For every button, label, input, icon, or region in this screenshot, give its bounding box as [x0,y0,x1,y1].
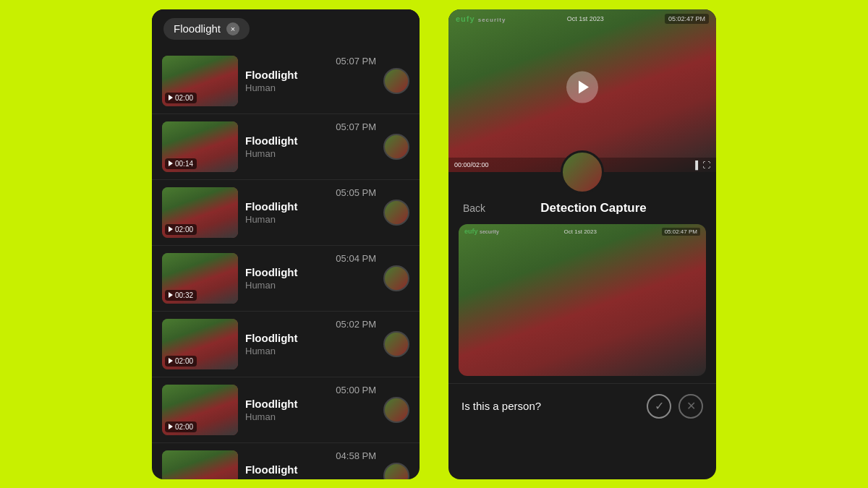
video-overlay-top: eufy security Oct 1st 2023 05:02:47 PM [448,9,716,28]
event-type: Human [245,346,328,356]
detection-title: Detection Capture [485,201,702,215]
thumb-duration: 02:00 [165,93,197,103]
event-time: 05:07 PM [336,121,376,132]
event-title: Floodlight [245,463,328,476]
reject-button[interactable]: ✕ [678,394,703,419]
avatar [383,463,409,479]
play-triangle-icon [579,81,589,94]
event-thumbnail [162,450,238,479]
question-text: Is this a person? [461,400,541,412]
event-info: Floodlight Human [245,463,328,479]
event-info: Floodlight Human [245,398,328,422]
fullscreen-icon[interactable]: ⛶ [702,160,710,169]
capture-date: Oct 1st 2023 [564,228,597,235]
list-item[interactable]: 02:00 Floodlight Human 05:02 PM [152,312,420,377]
floodlight-filter-chip[interactable]: Floodlight × [163,18,250,40]
capture-time: 05:02:47 PM [662,228,700,236]
filter-chip-label: Floodlight [174,22,221,35]
event-time: 05:02 PM [336,319,376,330]
list-item[interactable]: Floodlight Human 04:58 PM [152,443,420,479]
event-info: Floodlight Human [245,200,328,225]
event-title: Floodlight [245,134,328,147]
play-icon [169,95,173,100]
play-icon [169,424,173,429]
event-time: 05:00 PM [336,385,376,395]
avatar [383,200,409,226]
event-info: Floodlight Human [245,332,328,356]
left-panel: Floodlight × 02:00 Floodlight Huma [152,9,420,479]
capture-eufy-logo: eufy security [464,228,499,235]
thumb-duration: 02:00 [165,356,197,367]
avatar [383,331,409,357]
back-button[interactable]: Back [463,202,485,214]
right-panel: eufy security Oct 1st 2023 05:02:47 PM 0… [448,9,716,479]
app-wrapper: Floodlight × 02:00 Floodlight Huma [0,0,868,488]
video-date: Oct 1st 2023 [567,15,604,22]
event-title: Floodlight [245,200,328,213]
event-title: Floodlight [245,398,328,410]
thumb-duration: 02:00 [165,224,197,235]
x-icon: ✕ [686,399,696,413]
question-bar: Is this a person? ✓ ✕ [448,383,716,429]
event-type: Human [245,148,328,159]
avatar [383,68,409,94]
list-item[interactable]: 02:00 Floodlight Human 05:00 PM [152,377,420,443]
thumb-duration: 00:14 [165,158,197,169]
capture-image: eufy security Oct 1st 2023 05:02:47 PM [459,224,706,376]
event-list: 02:00 Floodlight Human 05:07 PM 00:14 [152,48,420,479]
play-icon [169,292,173,298]
event-type: Human [245,214,328,225]
play-button[interactable] [566,72,598,103]
event-time: 05:07 PM [336,56,376,67]
confirm-button[interactable]: ✓ [647,394,671,419]
event-info: Floodlight Human [245,69,328,93]
question-actions: ✓ ✕ [647,394,703,419]
filter-bar: Floodlight × [152,9,420,48]
event-thumbnail: 00:32 [162,253,238,304]
play-icon [169,160,173,166]
play-icon [169,358,173,364]
list-item[interactable]: 02:00 Floodlight Human 05:05 PM [152,180,420,246]
list-item[interactable]: 00:32 Floodlight Human 05:04 PM [152,246,420,312]
event-thumbnail: 02:00 [162,319,238,369]
event-type: Human [245,477,328,479]
event-time: 04:58 PM [336,450,376,461]
check-icon: ✓ [655,399,664,413]
list-item[interactable]: 02:00 Floodlight Human 05:07 PM [152,48,420,114]
avatar [383,134,409,160]
event-type: Human [245,82,328,93]
capture-overlay-top: eufy security Oct 1st 2023 05:02:47 PM [459,224,706,239]
event-title: Floodlight [245,332,328,344]
event-thumbnail: 02:00 [162,385,238,435]
event-type: Human [245,280,328,291]
event-thumbnail: 02:00 [162,187,238,238]
event-thumbnail: 00:14 [162,121,238,172]
list-item[interactable]: 00:14 Floodlight Human 05:07 PM [152,114,420,180]
avatar [383,265,409,291]
event-type: Human [245,411,328,422]
event-title: Floodlight [245,266,328,278]
event-time: 05:05 PM [336,187,376,198]
event-thumbnail: 02:00 [162,56,238,106]
volume-icon[interactable]: ▐ [692,160,698,169]
event-info: Floodlight Human [245,266,328,291]
event-time: 05:04 PM [336,253,376,264]
event-info: Floodlight Human [245,134,328,159]
video-time: 05:02:47 PM [665,14,709,24]
filter-chip-close-button[interactable]: × [226,22,239,35]
avatar-center [561,150,604,194]
thumb-duration: 00:32 [165,290,197,301]
play-icon [169,226,173,232]
eufy-logo: eufy security [456,14,506,23]
video-controls: ▐ ⛶ [692,160,710,169]
avatar [383,397,409,423]
close-icon: × [231,25,235,33]
video-player: eufy security Oct 1st 2023 05:02:47 PM 0… [448,9,716,172]
event-title: Floodlight [245,69,328,81]
thumb-duration: 02:00 [165,421,197,432]
video-counter: 00:00/02:00 [454,161,489,168]
